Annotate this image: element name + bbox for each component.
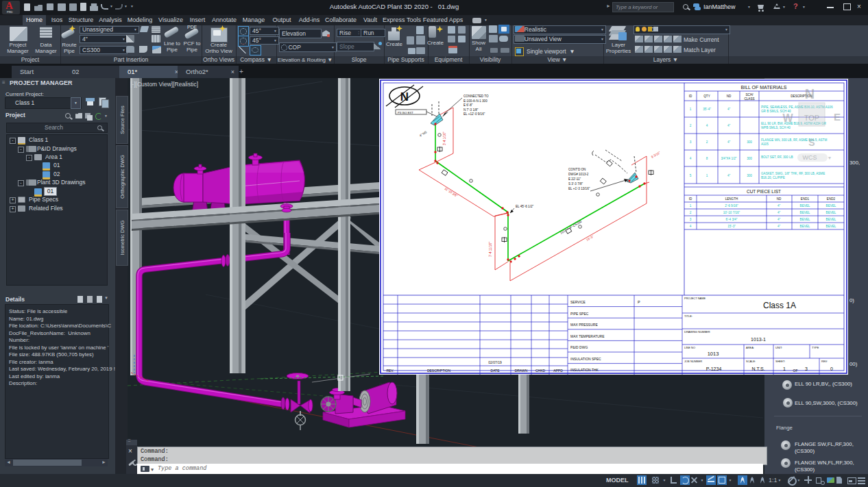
svg-text:P3 ISO EXT: P3 ISO EXT (398, 111, 413, 114)
svg-text:4": 4" (777, 225, 781, 228)
svg-text:4": 4" (777, 218, 781, 221)
svg-text:8: 8 (706, 157, 708, 160)
svg-text:4: 4 (690, 225, 692, 228)
svg-text:5: 5 (690, 174, 692, 177)
svg-text:OF: OF (793, 369, 798, 373)
svg-text:PROJECT NAME: PROJECT NAME (684, 297, 706, 300)
svg-text:N: N (805, 86, 815, 101)
svg-text:300: 300 (747, 140, 752, 144)
svg-text:E 6'-8": E 6'-8" (463, 103, 473, 107)
svg-text:REV.: REV. (386, 369, 394, 373)
svg-text:CUT PIECE LIST: CUT PIECE LIST (747, 189, 781, 194)
svg-text:BEVEL: BEVEL (826, 225, 836, 228)
svg-text:CONNECTED TO: CONNECTED TO (463, 95, 489, 98)
svg-text:3: 3 (690, 218, 692, 221)
svg-text:15'-3": 15'-3" (727, 225, 736, 228)
svg-text:4": 4" (727, 124, 731, 127)
svg-text:1: 1 (690, 204, 692, 208)
svg-text:300: 300 (747, 157, 752, 160)
svg-text:1: 1 (706, 174, 708, 177)
svg-text:3: 3 (805, 366, 808, 371)
svg-text:1: 1 (690, 108, 692, 111)
svg-text:S 3'-3 7/8": S 3'-3 7/8" (568, 182, 583, 186)
svg-text:JOB NUMBER: JOB NUMBER (684, 360, 702, 363)
svg-text:APPD: APPD (553, 369, 563, 373)
svg-text:WCS: WCS (803, 154, 817, 161)
svg-text:E: E (834, 111, 841, 123)
svg-text:DATE: DATE (491, 369, 501, 373)
svg-text:[-][Custom View][Realistic]: [-][Custom View][Realistic] (130, 81, 198, 88)
svg-text:END1: END1 (801, 197, 810, 201)
svg-text:SHEET:: SHEET: (775, 360, 785, 363)
svg-text:PIPE SPEC: PIPE SPEC (570, 312, 589, 316)
svg-text:BEVEL: BEVEL (826, 211, 836, 214)
svg-text:P: P (638, 300, 640, 304)
svg-text:4": 4" (727, 140, 731, 144)
svg-text:REV:: REV: (821, 360, 828, 363)
svg-text:TOP: TOP (804, 114, 819, 122)
svg-text:1: 1 (783, 366, 786, 371)
svg-text:4: 4 (690, 157, 692, 160)
svg-text:6'-4 3/4": 6'-4 3/4" (726, 218, 738, 221)
svg-text:2'-6 9/16": 2'-6 9/16" (725, 204, 738, 208)
svg-text:Class 1A: Class 1A (763, 301, 796, 310)
svg-text:WPB SMLS, SCH 40: WPB SMLS, SCH 40 (761, 126, 791, 129)
svg-text:2: 2 (706, 140, 708, 144)
svg-text:35'-4": 35'-4" (703, 108, 711, 111)
svg-text:P-1234: P-1234 (706, 366, 722, 371)
svg-text:BILL OF MATERIALS: BILL OF MATERIALS (741, 85, 787, 90)
svg-text:SCH/: SCH/ (746, 93, 754, 97)
svg-text:LENGTH: LENGTH (725, 197, 738, 201)
svg-text:TYPE: TYPE (812, 346, 819, 349)
svg-text:02/07/19: 02/07/19 (488, 360, 502, 364)
svg-text:INSULATION SPEC: INSULATION SPEC (570, 357, 601, 361)
svg-text:CONT'D ON: CONT'D ON (568, 168, 586, 171)
svg-text:0: 0 (830, 366, 833, 371)
svg-text:N.T.S.: N.T.S. (751, 366, 764, 371)
svg-text:10'-10 7/16": 10'-10 7/16" (723, 211, 740, 214)
svg-text:FLANGE WN, 300 LB, RF, ASME B1: FLANGE WN, 300 LB, RF, ASME B16.5, ASTM (761, 138, 827, 142)
svg-text:300: 300 (747, 174, 752, 177)
svg-text:BEVEL: BEVEL (826, 204, 836, 208)
svg-text:3/4"X4 1/2": 3/4"X4 1/2" (721, 157, 737, 160)
svg-text:4": 4" (777, 211, 781, 214)
svg-text:LINE NO: LINE NO (684, 346, 695, 349)
svg-text:SERVICE: SERVICE (570, 300, 586, 304)
svg-text:E-100-A-N-1 300: E-100-A-N-1 300 (463, 99, 487, 103)
svg-text:BOLT SET, RF, 300 LB: BOLT SET, RF, 300 LB (761, 155, 793, 159)
svg-text:N 7'-3 1/8": N 7'-3 1/8" (463, 108, 479, 112)
svg-text:BEVEL: BEVEL (800, 218, 810, 221)
svg-text:BEVEL: BEVEL (826, 218, 836, 221)
svg-text:A105: A105 (761, 142, 769, 146)
svg-text:CHKD: CHKD (535, 369, 546, 373)
svg-text:BEVEL: BEVEL (800, 225, 810, 228)
svg-text:4": 4" (727, 174, 731, 177)
svg-text:ND: ND (727, 95, 732, 98)
svg-text:7'-4 11/16": 7'-4 11/16" (489, 242, 492, 257)
svg-text:MAX TEMPERATURE: MAX TEMPERATURE (570, 334, 605, 338)
svg-text:E 22'-11": E 22'-11" (568, 177, 581, 181)
svg-text:DESCRIPTION: DESCRIPTION (427, 369, 451, 373)
svg-text:P&ID DWG: P&ID DWG (570, 345, 588, 349)
svg-text:TITLE:: TITLE: (684, 314, 692, 318)
svg-text:DRAWING NUMBER: DRAWING NUMBER (684, 330, 710, 334)
svg-text:BEVEL: BEVEL (800, 211, 810, 214)
svg-text:INSULATION THK: INSULATION THK (570, 368, 599, 372)
svg-text:2: 2 (690, 124, 692, 127)
svg-text:CLASS: CLASS (744, 97, 754, 101)
svg-text:ID: ID (689, 95, 692, 98)
svg-text:B16.20, CL/PIPE: B16.20, CL/PIPE (761, 176, 785, 179)
svg-text:4": 4" (727, 108, 731, 111)
svg-text:UNIT:: UNIT: (775, 346, 782, 349)
svg-text:QTY: QTY (703, 95, 710, 98)
svg-text:EL 45'-6 1/2": EL 45'-6 1/2" (516, 205, 533, 208)
svg-text:DWG# 1013-2: DWG# 1013-2 (568, 173, 589, 176)
svg-text:END2: END2 (827, 197, 836, 201)
svg-text:4: 4 (706, 124, 708, 127)
svg-text:▼: ▼ (828, 155, 832, 160)
svg-text:3: 3 (690, 140, 692, 144)
svg-text:2: 2 (690, 211, 692, 214)
svg-text:EL +12'-0 9/16": EL +12'-0 9/16" (463, 112, 485, 116)
svg-text:1013-1: 1013-1 (751, 337, 766, 342)
svg-text:GASKET, SWG, 1/8" THK, RF, 300: GASKET, SWG, 1/8" THK, RF, 300 LB, ASME (761, 172, 825, 175)
